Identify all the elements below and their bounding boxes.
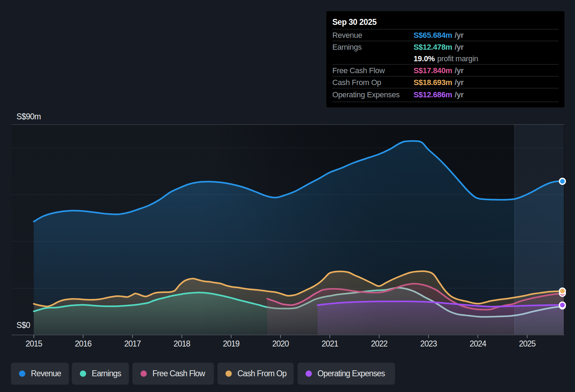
svg-text:2015: 2015 xyxy=(26,339,42,348)
svg-text:Free Cash Flow: Free Cash Flow xyxy=(332,66,385,75)
svg-text:2017: 2017 xyxy=(124,339,141,348)
svg-text:S$90m: S$90m xyxy=(16,112,41,121)
svg-text:S$65.684m/yr: S$65.684m/yr xyxy=(414,31,464,40)
svg-text:Revenue: Revenue xyxy=(332,31,362,40)
svg-text:S$12.686m/yr: S$12.686m/yr xyxy=(414,90,464,99)
svg-text:19.0%profit margin: 19.0%profit margin xyxy=(414,54,478,63)
svg-text:2024: 2024 xyxy=(470,339,486,348)
svg-text:Operating Expenses: Operating Expenses xyxy=(318,369,385,378)
svg-text:Sep 30 2025: Sep 30 2025 xyxy=(332,18,377,27)
svg-text:Cash From Op: Cash From Op xyxy=(332,78,381,87)
svg-text:Earnings: Earnings xyxy=(92,369,121,378)
svg-text:2016: 2016 xyxy=(75,339,91,348)
svg-text:S$17.840m/yr: S$17.840m/yr xyxy=(414,66,464,75)
svg-text:Cash From Op: Cash From Op xyxy=(237,369,286,378)
svg-text:2025: 2025 xyxy=(519,339,535,348)
svg-text:2023: 2023 xyxy=(420,339,437,348)
svg-text:2018: 2018 xyxy=(174,339,190,348)
svg-text:Revenue: Revenue xyxy=(31,369,61,378)
svg-text:2019: 2019 xyxy=(223,339,240,348)
svg-text:Free Cash Flow: Free Cash Flow xyxy=(152,369,205,378)
svg-text:Earnings: Earnings xyxy=(332,43,362,51)
svg-text:S$0: S$0 xyxy=(16,321,30,330)
svg-text:2020: 2020 xyxy=(272,339,289,348)
svg-text:2022: 2022 xyxy=(371,339,387,348)
svg-text:S$12.478m/yr: S$12.478m/yr xyxy=(414,43,464,51)
svg-text:Operating Expenses: Operating Expenses xyxy=(332,90,400,99)
svg-text:2021: 2021 xyxy=(321,339,338,348)
svg-text:S$18.693m/yr: S$18.693m/yr xyxy=(414,78,464,87)
